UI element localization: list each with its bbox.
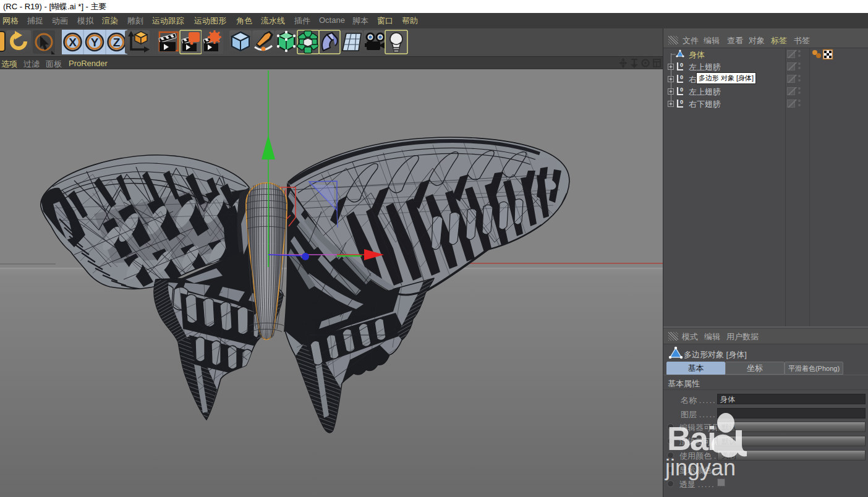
svg-text:0: 0 [680,62,683,68]
svg-text:0: 0 [680,74,683,80]
svg-text:0: 0 [680,87,683,93]
svg-text:X: X [69,36,77,49]
svg-text:Y: Y [91,36,99,49]
svg-text:0: 0 [680,99,683,105]
svg-text:Z: Z [113,36,121,49]
